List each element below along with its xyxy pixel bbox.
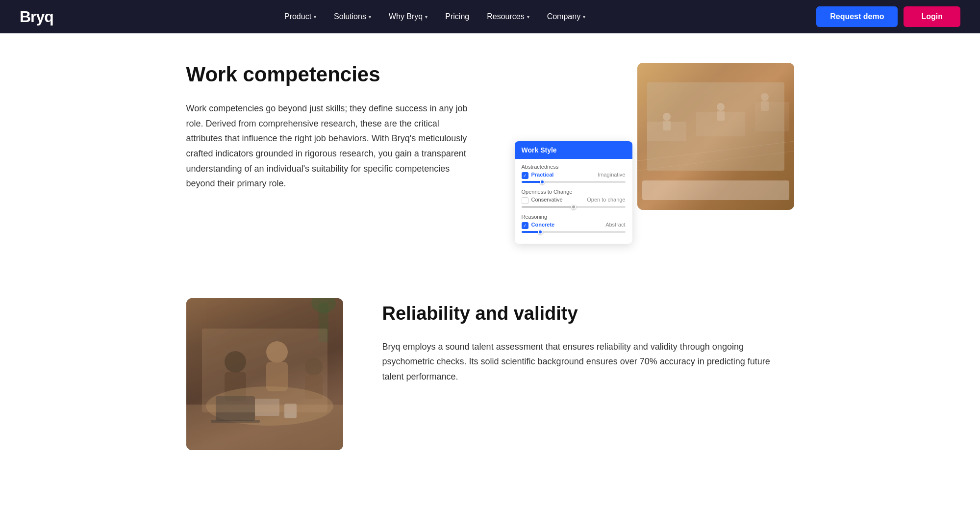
ws-slider-fill-1 <box>522 206 574 208</box>
ws-row-title-reasoning: Reasoning <box>522 214 626 220</box>
svg-rect-20 <box>211 420 260 423</box>
work-style-card-body: Abstractedness ✓ Practical Imaginative <box>515 159 632 244</box>
ws-slider-0 <box>522 181 626 183</box>
nav-item-product[interactable]: Product ▾ <box>284 12 316 21</box>
nav-cta-area: Request demo Login <box>816 6 960 27</box>
ws-row-labels-2: Concrete Abstract <box>531 222 626 228</box>
ws-row-labels-1: Conservative Open to change <box>531 197 626 203</box>
svg-point-6 <box>717 103 725 111</box>
svg-point-8 <box>761 93 769 101</box>
office-image-inner <box>637 63 794 210</box>
ws-row-reasoning: Reasoning ✓ Concrete Abstract <box>522 214 626 233</box>
section1-description: Work competencies go beyond just skills;… <box>186 101 476 191</box>
svg-rect-5 <box>663 121 671 130</box>
ws-row-header-1: Conservative Open to change <box>522 197 626 204</box>
svg-rect-19 <box>216 396 255 421</box>
chevron-down-icon: ▾ <box>527 14 529 20</box>
ws-checkbox-2: ✓ <box>522 222 528 229</box>
nav-link-pricing[interactable]: Pricing <box>445 12 469 21</box>
svg-point-12 <box>225 351 246 373</box>
svg-rect-21 <box>284 404 297 418</box>
navbar: Bryq Product ▾ Solutions ▾ Why Bryq ▾ Pr… <box>0 0 980 33</box>
request-demo-button[interactable]: Request demo <box>816 6 898 27</box>
ws-checkbox-1 <box>522 197 528 204</box>
ws-row-abstractedness: Abstractedness ✓ Practical Imaginative <box>522 164 626 183</box>
ws-slider-thumb-0 <box>540 179 545 184</box>
nav-item-company[interactable]: Company ▾ <box>547 12 585 21</box>
ws-row-labels-0: Practical Imaginative <box>531 172 626 178</box>
section1-text: Work competencies Work competencies go b… <box>186 63 476 191</box>
svg-rect-17 <box>305 375 323 399</box>
svg-rect-13 <box>225 372 246 401</box>
brand-logo[interactable]: Bryq <box>20 8 53 26</box>
ws-row-header-2: ✓ Concrete Abstract <box>522 222 626 229</box>
svg-rect-3 <box>755 102 789 131</box>
svg-rect-0 <box>637 63 794 210</box>
section-reliability: Reliability and validity Bryq employs a … <box>186 298 794 450</box>
ws-slider-1 <box>522 206 626 208</box>
section-work-competencies: Work competencies Work competencies go b… <box>186 63 794 259</box>
svg-point-16 <box>305 358 323 376</box>
chevron-down-icon: ▾ <box>583 14 585 20</box>
ws-row-openness: Openness to Change Conservative Open to … <box>522 189 626 208</box>
svg-rect-7 <box>717 111 725 121</box>
ws-slider-thumb-2 <box>538 229 543 234</box>
ws-label-right-0: Imaginative <box>598 172 625 178</box>
nav-link-product[interactable]: Product ▾ <box>284 12 316 21</box>
ws-label-left-0: Practical <box>531 172 554 178</box>
work-style-card: Work Style Abstractedness ✓ Practical Im… <box>515 141 632 244</box>
section2-description: Bryq employs a sound talent assessment t… <box>382 339 794 384</box>
ws-row-header-0: ✓ Practical Imaginative <box>522 172 626 179</box>
ws-label-right-2: Abstract <box>605 222 625 228</box>
section1-visual: Work Style Abstractedness ✓ Practical Im… <box>505 63 794 259</box>
section2-text: Reliability and validity Bryq employs a … <box>382 298 794 384</box>
svg-rect-2 <box>696 112 745 136</box>
nav-item-solutions[interactable]: Solutions ▾ <box>334 12 371 21</box>
ws-label-left-1: Conservative <box>531 197 563 203</box>
svg-point-4 <box>663 113 671 121</box>
svg-point-24 <box>311 298 336 313</box>
ws-slider-thumb-1 <box>571 204 576 209</box>
nav-item-whybryq[interactable]: Why Bryq ▾ <box>389 12 427 21</box>
svg-rect-9 <box>761 101 769 111</box>
nav-link-company[interactable]: Company ▾ <box>547 12 585 21</box>
team-image <box>186 298 343 450</box>
nav-links: Product ▾ Solutions ▾ Why Bryq ▾ Pricing… <box>284 12 585 21</box>
chevron-down-icon: ▾ <box>425 14 427 20</box>
ws-slider-fill-0 <box>522 181 542 183</box>
team-image-inner <box>186 298 343 450</box>
svg-line-10 <box>637 141 794 161</box>
ws-row-title-abstractedness: Abstractedness <box>522 164 626 170</box>
ws-row-title-openness: Openness to Change <box>522 189 626 195</box>
main-content: Work competencies Work competencies go b… <box>147 33 833 480</box>
office-image <box>637 63 794 210</box>
ws-checkbox-0: ✓ <box>522 172 528 179</box>
chevron-down-icon: ▾ <box>314 14 316 20</box>
svg-rect-15 <box>266 362 288 391</box>
section2-title: Reliability and validity <box>382 303 794 325</box>
nav-item-pricing[interactable]: Pricing <box>445 12 469 21</box>
ws-slider-fill-2 <box>522 231 540 233</box>
nav-link-solutions[interactable]: Solutions ▾ <box>334 12 371 21</box>
svg-rect-1 <box>647 122 686 141</box>
chevron-down-icon: ▾ <box>369 14 371 20</box>
svg-point-14 <box>266 341 288 363</box>
ws-slider-2 <box>522 231 626 233</box>
ws-label-right-1: Open to change <box>587 197 625 203</box>
login-button[interactable]: Login <box>904 6 960 27</box>
work-style-card-header: Work Style <box>515 141 632 159</box>
nav-link-whybryq[interactable]: Why Bryq ▾ <box>389 12 427 21</box>
svg-line-11 <box>637 151 794 171</box>
section1-title: Work competencies <box>186 63 476 86</box>
svg-rect-22 <box>255 399 279 416</box>
nav-link-resources[interactable]: Resources ▾ <box>487 12 529 21</box>
ws-label-left-2: Concrete <box>531 222 555 228</box>
nav-item-resources[interactable]: Resources ▾ <box>487 12 529 21</box>
